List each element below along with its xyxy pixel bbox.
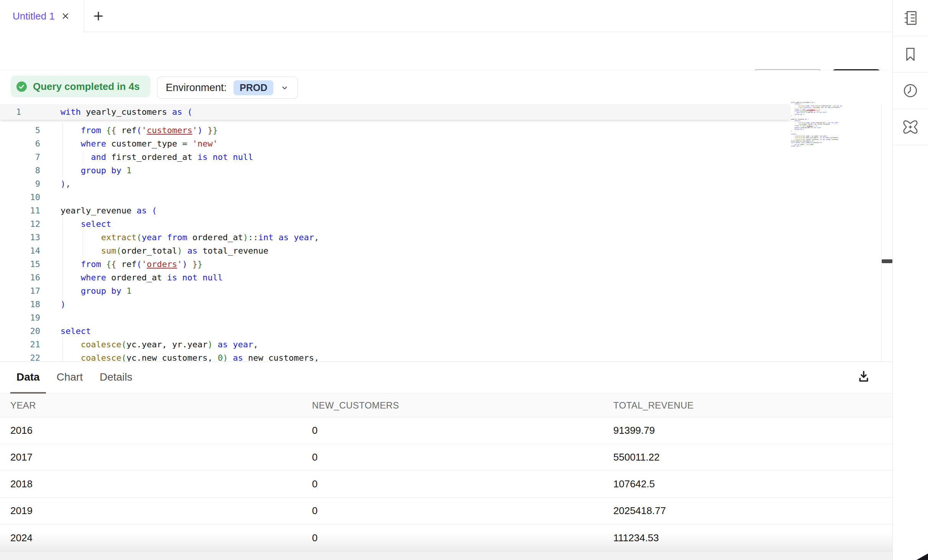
indent-guide xyxy=(83,231,83,257)
table-cell: 2019 xyxy=(0,505,302,517)
code-editor[interactable]: 5 from {{ ref('customers') }}6 where cus… xyxy=(0,104,892,361)
table-row: 2016091399.79 xyxy=(0,417,892,444)
code-line: 13 extract(year from ordered_at)::int as… xyxy=(0,231,881,244)
close-icon[interactable] xyxy=(61,11,70,21)
main-panel: Untitled 1 Develop Run xyxy=(0,0,892,560)
table-cell: 0 xyxy=(302,532,603,544)
knot-sparkle-icon xyxy=(902,118,919,136)
column-header: YEAR xyxy=(0,400,302,411)
tab-untitled-1[interactable]: Untitled 1 xyxy=(0,0,84,32)
notebook-icon xyxy=(902,9,919,27)
table-cell: 111234.53 xyxy=(603,532,892,544)
splitter-line xyxy=(881,104,882,361)
splitter-handle[interactable] xyxy=(882,259,892,263)
check-circle-icon xyxy=(16,81,27,92)
clock-icon xyxy=(902,82,919,99)
table-cell: 107642.5 xyxy=(603,478,892,490)
code-line: 21 coalesce(yc.year, yr.year) as year, xyxy=(0,338,881,351)
rail-item-history[interactable] xyxy=(893,73,928,109)
rail-item-bookmarks[interactable] xyxy=(893,36,928,73)
code-line: 22 coalesce(yc.new_customers, 0) as new_… xyxy=(0,351,881,361)
table-header: YEARNEW_CUSTOMERSTOTAL_REVENUE xyxy=(0,394,892,417)
code-line: 6 where customer_type = 'new' xyxy=(0,137,881,150)
table-body: 2016091399.7920170550011.2220180107642.5… xyxy=(0,417,892,551)
tab-label: Untitled 1 xyxy=(13,10,55,22)
table-cell: 2024 xyxy=(0,532,302,544)
results-tab-chart[interactable]: Chart xyxy=(51,362,89,394)
code-line: 9), xyxy=(0,177,881,190)
status-row: Query completed in 4s Environment: PROD xyxy=(0,70,892,104)
code-line: 8 group by 1 xyxy=(0,164,881,177)
sticky-line: 1with yearly_customers as ( xyxy=(0,104,789,120)
indent-guide xyxy=(62,217,63,298)
table-cell: 91399.79 xyxy=(603,425,892,436)
results-tab-bar: DataChartDetails xyxy=(0,362,892,394)
table-cell: 2017 xyxy=(0,451,302,463)
rail-item-notebook[interactable] xyxy=(893,0,928,36)
table-cell: 2018 xyxy=(0,478,302,490)
code-line: 11yearly_revenue as ( xyxy=(0,204,881,217)
table-row: 20180107642.5 xyxy=(0,471,892,498)
code-line: 14 sum(order_total) as total_revenue xyxy=(0,244,881,257)
table-cell: 550011.22 xyxy=(603,451,892,463)
bookmark-icon xyxy=(902,46,919,63)
minimap[interactable]: with yearly_customers as ( select extrac… xyxy=(791,102,842,149)
code-line: 12 select xyxy=(0,217,881,231)
environment-value-badge: PROD xyxy=(234,80,273,95)
table-cell: 0 xyxy=(302,505,603,517)
resize-corner[interactable] xyxy=(917,553,928,560)
table-cell: 0 xyxy=(302,451,603,463)
toolbar: Develop Run xyxy=(0,32,892,70)
results-tab-details[interactable]: Details xyxy=(93,362,139,394)
table-cell: 0 xyxy=(302,425,603,436)
code-line: 20select xyxy=(0,324,881,338)
results-panel: DataChartDetails YEARNEW_CUSTOMERSTOTAL_… xyxy=(0,361,892,560)
code-lines: 5 from {{ ref('customers') }}6 where cus… xyxy=(0,124,881,361)
right-icon-rail xyxy=(892,0,928,560)
editor-tab-bar: Untitled 1 xyxy=(0,0,892,32)
environment-label: Environment: xyxy=(166,82,227,94)
table-row: 201902025418.77 xyxy=(0,498,892,524)
query-status-badge: Query completed in 4s xyxy=(11,76,150,97)
code-line: 10 xyxy=(0,190,881,204)
query-status-text: Query completed in 4s xyxy=(33,81,140,93)
app-window: Untitled 1 Develop Run xyxy=(0,0,928,560)
code-line: 5 from {{ ref('customers') }} xyxy=(0,124,881,137)
code-line: 17 group by 1 xyxy=(0,284,881,298)
plus-icon[interactable] xyxy=(92,10,105,23)
rail-item-assistant[interactable] xyxy=(893,109,928,145)
table-cell: 2016 xyxy=(0,425,302,436)
code-line: 19 xyxy=(0,311,881,324)
table-row: 20170550011.22 xyxy=(0,444,892,471)
table-footer-strip xyxy=(0,551,892,560)
indent-guide xyxy=(62,338,63,361)
indent-guide xyxy=(83,150,83,164)
minimap-line: order by 1 xyxy=(791,145,842,147)
column-header: NEW_CUSTOMERS xyxy=(302,400,603,411)
code-line: 7 and first_ordered_at is not null xyxy=(0,150,881,164)
column-header: TOTAL_REVENUE xyxy=(603,400,892,411)
code-line: 16 where ordered_at is not null xyxy=(0,271,881,284)
indent-guide xyxy=(62,124,63,177)
table-cell: 2025418.77 xyxy=(603,505,892,517)
table-cell: 0 xyxy=(302,478,603,490)
chevron-down-icon xyxy=(280,83,289,92)
code-line: 15 from {{ ref('orders') }} xyxy=(0,257,881,271)
results-tab-data[interactable]: Data xyxy=(10,362,46,394)
code-line: 18) xyxy=(0,298,881,311)
download-icon[interactable] xyxy=(855,368,872,385)
table-row: 20240111234.53 xyxy=(0,524,892,551)
environment-selector[interactable]: Environment: PROD xyxy=(157,77,298,99)
